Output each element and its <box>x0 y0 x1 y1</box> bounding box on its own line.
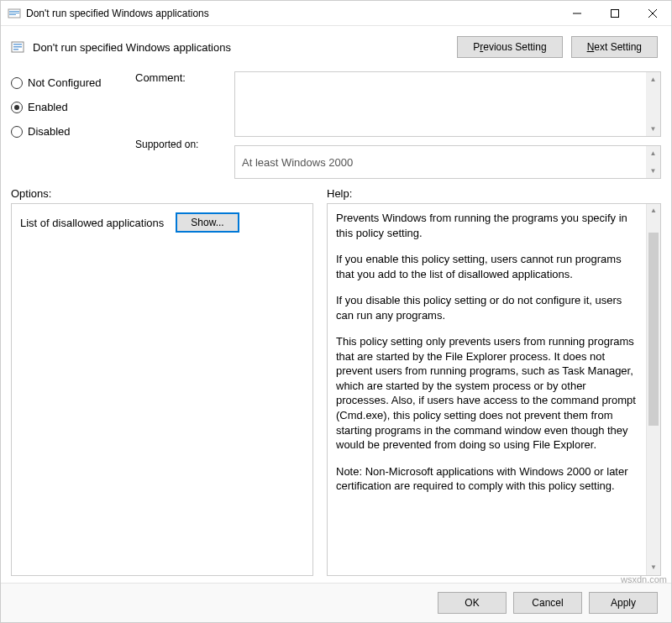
maximize-button[interactable] <box>596 1 633 25</box>
scrollbar[interactable]: ▲ ▼ <box>646 204 660 575</box>
supported-on-box: At least Windows 2000 ▲ ▼ <box>234 145 661 179</box>
radio-not-configured[interactable]: Not Configured <box>11 76 120 89</box>
radio-icon <box>11 102 23 113</box>
help-text: This policy setting only prevents users … <box>336 334 642 452</box>
svg-rect-5 <box>611 9 618 17</box>
radio-enabled[interactable]: Enabled <box>11 101 120 113</box>
scroll-down-icon: ▼ <box>646 164 660 178</box>
panels: List of disallowed applications Show... … <box>1 203 671 583</box>
disallowed-apps-row: List of disallowed applications Show... <box>20 212 304 233</box>
window-controls <box>558 1 671 25</box>
options-label: Options: <box>11 187 313 200</box>
help-panel: Prevents Windows from running the progra… <box>327 203 661 576</box>
svg-rect-2 <box>9 13 19 13</box>
dialog-footer: OK Cancel Apply <box>1 583 671 622</box>
comment-label: Comment: <box>135 71 219 139</box>
scroll-down-icon: ▼ <box>647 561 660 575</box>
scroll-up-icon: ▲ <box>647 204 660 218</box>
apply-button[interactable]: Apply <box>589 592 658 614</box>
watermark: wsxdn.com <box>621 574 667 584</box>
cancel-button[interactable]: Cancel <box>513 592 582 614</box>
titlebar: Don't run specified Windows applications <box>1 1 671 26</box>
minimize-button[interactable] <box>558 1 596 25</box>
radio-icon <box>11 126 23 138</box>
previous-setting-button[interactable]: Previous Setting <box>457 36 562 58</box>
scrollbar[interactable]: ▲ ▼ <box>646 146 660 178</box>
window-title: Don't run specified Windows applications <box>26 8 558 19</box>
scrollbar[interactable]: ▲ ▼ <box>646 72 660 136</box>
policy-title: Don't run specified Windows applications <box>33 41 449 54</box>
radio-icon <box>11 77 23 89</box>
config-area: Not Configured Enabled Disabled Comment:… <box>1 65 671 182</box>
help-text: Prevents Windows from running the progra… <box>336 211 642 240</box>
help-text: Note: Non-Microsoft applications with Wi… <box>336 464 642 494</box>
svg-rect-9 <box>13 44 22 45</box>
help-text: If you disable this policy setting or do… <box>336 293 642 322</box>
policy-header-icon <box>11 40 24 54</box>
policy-icon <box>8 7 21 20</box>
field-labels: Comment: Supported on: <box>135 71 219 179</box>
next-setting-button[interactable]: Next Setting <box>571 36 658 58</box>
radio-label: Not Configured <box>28 76 101 89</box>
svg-rect-11 <box>13 49 18 50</box>
svg-rect-10 <box>13 46 22 48</box>
state-radios: Not Configured Enabled Disabled <box>11 71 120 179</box>
scroll-thumb[interactable] <box>648 233 659 426</box>
svg-rect-3 <box>9 14 16 15</box>
svg-rect-1 <box>9 11 19 12</box>
panel-labels: Options: Help: <box>1 182 671 203</box>
field-values: ▲ ▼ At least Windows 2000 ▲ ▼ <box>234 71 661 179</box>
supported-value: At least Windows 2000 <box>242 156 353 169</box>
supported-label: Supported on: <box>135 139 219 150</box>
policy-header: Don't run specified Windows applications… <box>1 26 671 65</box>
scroll-up-icon: ▲ <box>646 72 660 86</box>
radio-label: Enabled <box>28 101 68 113</box>
scroll-up-icon: ▲ <box>646 146 660 160</box>
help-text: If you enable this policy setting, users… <box>336 252 642 281</box>
radio-disabled[interactable]: Disabled <box>11 125 120 138</box>
close-button[interactable] <box>633 1 671 25</box>
scroll-down-icon: ▼ <box>646 122 660 136</box>
help-label: Help: <box>327 187 352 200</box>
disallowed-apps-label: List of disallowed applications <box>20 217 164 229</box>
ok-button[interactable]: OK <box>438 592 507 614</box>
show-button[interactable]: Show... <box>176 212 239 233</box>
radio-label: Disabled <box>28 125 71 138</box>
comment-input[interactable]: ▲ ▼ <box>234 71 661 137</box>
options-panel: List of disallowed applications Show... <box>11 203 313 576</box>
